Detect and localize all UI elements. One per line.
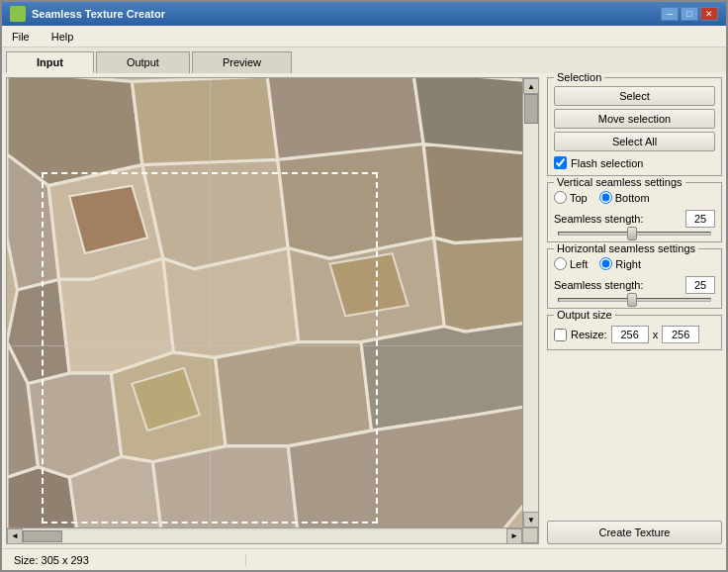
selection-group-title: Selection <box>554 73 604 83</box>
scroll-left-button[interactable]: ◄ <box>7 528 23 544</box>
window-title: Seamless Texture Creator <box>32 8 165 20</box>
top-radio-item[interactable]: Top <box>554 191 588 204</box>
maximize-button[interactable]: □ <box>681 7 698 21</box>
tab-output[interactable]: Output <box>96 51 190 73</box>
crosshair-horizontal <box>7 345 538 346</box>
menu-file[interactable]: File <box>6 29 36 45</box>
minimize-button[interactable]: ─ <box>661 7 679 21</box>
svg-marker-18 <box>216 342 372 446</box>
title-controls: ─ □ ✕ <box>661 7 718 21</box>
right-radio-label: Right <box>615 258 641 270</box>
output-size-title: Output size <box>554 309 615 321</box>
vertical-radio-row: Top Bottom <box>554 191 715 204</box>
scroll-track-v[interactable] <box>523 94 538 512</box>
horizontal-settings-group: Horizontal seamless settings Left Right … <box>547 248 722 309</box>
select-all-button[interactable]: Select All <box>554 132 715 151</box>
vertical-settings-group: Vertical seamless settings Top Bottom Se… <box>547 182 722 242</box>
output-size-group: Output size Resize: x <box>547 315 722 350</box>
vertical-strength-label: Seamless stength: <box>554 213 682 225</box>
flash-selection-checkbox[interactable] <box>554 156 567 169</box>
tabs: Input Output Preview <box>2 48 726 73</box>
horizontal-scrollbar[interactable]: ◄ ► <box>7 527 522 543</box>
tab-input[interactable]: Input <box>6 51 94 73</box>
vertical-slider-track[interactable] <box>558 232 711 236</box>
scroll-thumb-v[interactable] <box>524 94 538 124</box>
left-radio-label: Left <box>570 258 588 270</box>
close-button[interactable]: ✕ <box>700 7 718 21</box>
vertical-settings-title: Vertical seamless settings <box>554 176 685 188</box>
tab-preview[interactable]: Preview <box>192 51 292 73</box>
top-radio-label: Top <box>570 192 588 204</box>
resize-checkbox[interactable] <box>554 329 567 341</box>
flash-selection-row: Flash selection <box>554 156 715 169</box>
right-radio-item[interactable]: Right <box>599 257 641 270</box>
vertical-scrollbar[interactable]: ▲ ▼ <box>522 78 538 527</box>
width-input[interactable] <box>611 326 649 343</box>
crosshair-vertical <box>210 78 211 543</box>
svg-marker-12 <box>163 248 299 358</box>
canvas-area: ▲ ▼ ◄ ► <box>6 77 539 544</box>
vertical-strength-row: Seamless stength: <box>554 210 715 228</box>
left-radio[interactable] <box>554 257 567 270</box>
resize-label: Resize: <box>571 329 607 340</box>
horizontal-strength-label: Seamless stength: <box>554 279 682 291</box>
left-radio-item[interactable]: Left <box>554 257 588 270</box>
bottom-radio[interactable] <box>599 191 612 204</box>
output-size-row: Resize: x <box>554 326 715 343</box>
menu-help[interactable]: Help <box>46 29 80 45</box>
top-radio[interactable] <box>554 191 567 204</box>
scroll-down-button[interactable]: ▼ <box>523 512 539 527</box>
horizontal-radio-row: Left Right <box>554 257 715 270</box>
svg-marker-9 <box>423 144 538 243</box>
horizontal-settings-title: Horizontal seamless settings <box>554 242 698 254</box>
main-content: ▲ ▼ ◄ ► Selection Select Move <box>2 73 726 548</box>
horizontal-strength-input[interactable] <box>685 276 715 294</box>
right-radio[interactable] <box>599 257 612 270</box>
select-button[interactable]: Select <box>554 86 715 106</box>
right-panel: Selection Select Move selection Select A… <box>543 73 726 548</box>
scroll-up-button[interactable]: ▲ <box>523 78 539 94</box>
scroll-right-button[interactable]: ► <box>506 528 522 544</box>
horizontal-strength-row: Seamless stength: <box>554 276 715 294</box>
scrollbar-corner <box>522 527 538 543</box>
horizontal-slider-thumb[interactable] <box>627 293 637 307</box>
menu-bar: File Help <box>2 26 726 48</box>
move-selection-button[interactable]: Move selection <box>554 109 715 129</box>
app-icon <box>10 6 26 22</box>
bottom-radio-item[interactable]: Bottom <box>599 191 650 204</box>
vertical-slider-thumb[interactable] <box>627 227 637 240</box>
vertical-strength-input[interactable] <box>685 210 715 228</box>
bottom-radio-label: Bottom <box>615 192 650 204</box>
height-input[interactable] <box>662 326 699 343</box>
texture-canvas[interactable] <box>7 78 538 543</box>
flash-selection-label: Flash selection <box>571 157 643 169</box>
scroll-thumb-h[interactable] <box>23 530 62 542</box>
texture-svg <box>7 78 538 543</box>
title-bar: Seamless Texture Creator ─ □ ✕ <box>2 2 726 26</box>
main-window: Seamless Texture Creator ─ □ ✕ File Help… <box>0 0 728 572</box>
horizontal-slider-track[interactable] <box>558 298 711 302</box>
status-bar: Size: 305 x 293 <box>2 548 726 570</box>
status-size: Size: 305 x 293 <box>10 554 246 566</box>
title-bar-left: Seamless Texture Creator <box>10 6 165 22</box>
scroll-track-h[interactable] <box>23 530 506 542</box>
horizontal-slider-container <box>554 298 715 302</box>
selection-group: Selection Select Move selection Select A… <box>547 77 722 176</box>
create-texture-button[interactable]: Create Texture <box>547 521 722 544</box>
cross-label: x <box>653 329 659 340</box>
vertical-slider-container <box>554 232 715 236</box>
